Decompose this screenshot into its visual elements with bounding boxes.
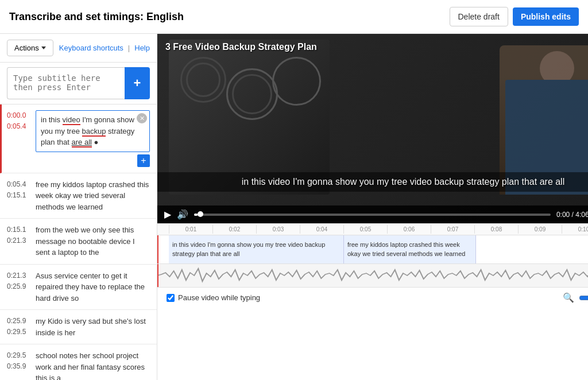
toolbar-row: Actions Keyboard shortcuts | Help (0, 34, 157, 63)
progress-dot (198, 211, 203, 217)
time-range: 0:25.9 0:29.5 (7, 316, 31, 338)
time-end: 0:35.9 (7, 361, 31, 372)
help-link[interactable]: Help (134, 44, 150, 52)
time-range: 0:21.3 0:25.9 (7, 270, 31, 292)
left-panel: Actions Keyboard shortcuts | Help + 0:00… (0, 34, 157, 380)
actions-label: Actions (14, 44, 39, 52)
active-subtitle-content: in this video I'm gonna show you my tree… (36, 110, 150, 167)
time-start: 0:29.5 (7, 350, 31, 361)
shortcuts-help-row: Keyboard shortcuts | Help (59, 44, 150, 52)
chevron-down-icon (41, 46, 46, 49)
timeline-caption-block[interactable]: in this video I'm gonna show you my tree… (169, 235, 344, 263)
time-display: 0:00 / 4:06 (556, 211, 588, 219)
waveform-svg: // Generate waveform bars inline via SVG (157, 264, 588, 287)
ruler-mark: 0:10 (562, 225, 588, 234)
close-icon[interactable]: ✕ (137, 113, 147, 123)
table-row[interactable]: 0:05.4 0:15.1 free my kiddos laptop cras… (0, 173, 157, 219)
time-start: 0:25.9 (7, 316, 31, 327)
ruler-mark: 0:02 (212, 225, 256, 234)
page-title: Transcribe and set timings: English (9, 11, 184, 23)
add-subtitle-button[interactable]: + (125, 67, 150, 99)
publish-edits-button[interactable]: Publish edits (513, 7, 579, 26)
time-start: 0:21.3 (7, 270, 31, 281)
timeline-captions: in this video I'm gonna show you my tree… (157, 235, 588, 264)
time-range: 0:29.5 0:35.9 (7, 350, 31, 372)
actions-button[interactable]: Actions (7, 40, 53, 56)
video-background: 3 Free Video Backup Strategy Plan in thi… (157, 34, 588, 223)
video-frame: 3 Free Video Backup Strategy Plan in thi… (157, 34, 588, 223)
subtitle-list: 0:00.0 0:05.4 in this video I'm gonna sh… (0, 104, 157, 380)
ruler-mark: 0:05 (343, 225, 387, 234)
active-text-box: in this video I'm gonna show you my tree… (36, 110, 150, 152)
table-row[interactable]: 0:25.9 0:29.5 my Kido is very sad but sh… (0, 310, 157, 344)
pause-video-label[interactable]: Pause video while typing (167, 293, 260, 302)
time-start: 0:15.1 (7, 224, 31, 235)
subtitle-text: my Kido is very sad but she's lost insid… (36, 316, 150, 338)
table-row[interactable]: 0:15.1 0:21.3 from the web we only see t… (0, 219, 157, 265)
active-subtitle-text: in this video I'm gonna show you my tree… (41, 115, 134, 148)
time-end: 0:25.9 (7, 281, 31, 292)
time-end: 0:29.5 (7, 327, 31, 338)
time-range: 0:05.4 0:15.1 (7, 179, 31, 201)
video-caption-overlay: in this video I'm gonna show you my tree… (157, 172, 588, 192)
table-row[interactable]: 0:21.3 0:25.9 Asus service center to get… (0, 265, 157, 311)
time-range: 0:00.0 0:05.4 (7, 110, 31, 132)
delete-draft-button[interactable]: Delete draft (450, 7, 508, 26)
equipment-area (169, 40, 330, 195)
table-row[interactable]: 0:00.0 0:05.4 in this video I'm gonna sh… (0, 104, 157, 173)
ruler-mark: 0:07 (431, 225, 474, 234)
spellcheck-word-2: backup (82, 127, 106, 137)
ruler-mark: 0:04 (300, 225, 343, 234)
subtitle-input-row: + (0, 63, 157, 104)
right-panel: 3 Free Video Backup Strategy Plan in thi… (157, 34, 588, 380)
subtitle-text: school notes her school project work and… (36, 350, 150, 380)
time-end: 0:15.1 (7, 190, 31, 201)
time-start: 0:05.4 (7, 179, 31, 190)
ruler-mark: 0:01 (169, 225, 212, 234)
waveform-row: // Generate waveform bars inline via SVG (157, 264, 588, 287)
time-range: 0:15.1 0:21.3 (7, 224, 31, 246)
zoom-slider[interactable] (579, 293, 588, 303)
bottom-bar: Pause video while typing 🔍 ⬤ (157, 287, 588, 308)
ruler-mark: 0:09 (518, 225, 562, 234)
video-title-overlay: 3 Free Video Backup Strategy Plan (165, 42, 317, 52)
playhead-line (157, 235, 158, 263)
subtitle-text: free my kiddos laptop crashed this week … (36, 179, 150, 213)
keyboard-shortcuts-link[interactable]: Keyboard shortcuts (59, 44, 123, 52)
volume-button[interactable]: 🔊 (177, 209, 188, 220)
time-end: 0:05.4 (7, 121, 31, 132)
spellcheck-word: video (63, 115, 80, 125)
ruler-mark: 0:03 (256, 225, 300, 234)
add-below-button[interactable]: + (137, 154, 150, 167)
zoom-controls: 🔍 ⬤ (563, 292, 588, 303)
table-row[interactable]: 0:29.5 0:35.9 school notes her school pr… (0, 344, 157, 380)
active-actions: + (36, 152, 150, 167)
time-end: 0:21.3 (7, 235, 31, 246)
divider: | (128, 44, 130, 52)
progress-bar[interactable] (194, 214, 551, 216)
pause-video-text: Pause video while typing (178, 293, 260, 302)
pause-video-checkbox[interactable] (167, 294, 175, 302)
timeline-container: 0:01 0:02 0:03 0:04 0:05 0:06 0:07 0:08 … (157, 223, 588, 287)
waveform-playhead (157, 264, 158, 287)
video-controls: ▶ 🔊 0:00 / 4:06 CC HD ⚙ (157, 205, 588, 223)
timeline-caption-block[interactable]: free my kiddos laptop crashed this week … (344, 235, 476, 263)
timeline-ruler: 0:01 0:02 0:03 0:04 0:05 0:06 0:07 0:08 … (157, 224, 588, 235)
video-container: 3 Free Video Backup Strategy Plan in thi… (157, 34, 588, 223)
app-header: Transcribe and set timings: English Dele… (0, 0, 588, 34)
ruler-mark: 0:08 (474, 225, 518, 234)
play-button[interactable]: ▶ (164, 209, 171, 220)
subtitle-text: from the web we only see this message no… (36, 224, 150, 258)
main-layout: Actions Keyboard shortcuts | Help + 0:00… (0, 34, 588, 380)
subtitle-input[interactable] (7, 67, 125, 99)
header-buttons: Delete draft Publish edits (450, 7, 579, 26)
ruler-mark: 0:06 (387, 225, 431, 234)
zoom-out-icon[interactable]: 🔍 (563, 292, 574, 303)
time-start: 0:00.0 (7, 110, 31, 121)
subtitle-text: Asus service center to get it repaired t… (36, 270, 150, 304)
